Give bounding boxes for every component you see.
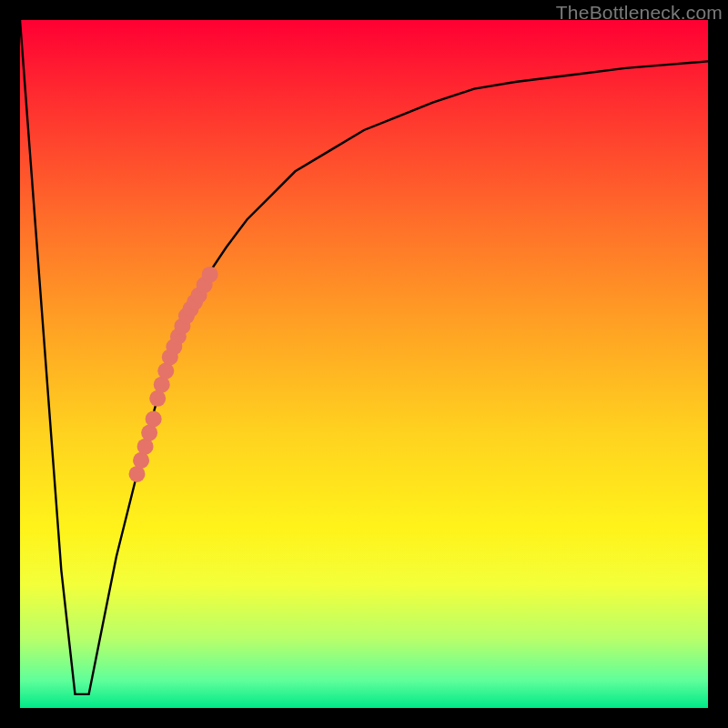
chart-svg — [20, 20, 708, 708]
chart-stage: TheBottleneck.com — [0, 0, 728, 728]
bottleneck-curve-path — [20, 20, 708, 694]
highlighted-markers-group — [129, 267, 218, 482]
watermark-text: TheBottleneck.com — [556, 2, 723, 24]
marker-dot — [146, 410, 162, 427]
marker-dot — [202, 267, 218, 283]
